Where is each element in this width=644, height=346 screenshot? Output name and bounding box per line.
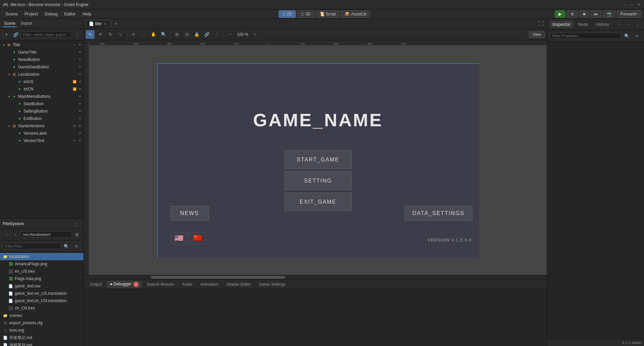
fs-item-game_text_zh[interactable]: 📄game_text.zh_CN.translation [0, 297, 83, 304]
fs-item-zh_cn_tres[interactable]: ⬛zh_CN.tres [0, 304, 83, 312]
eye-icon-localization[interactable]: 👁 [77, 72, 82, 77]
eye-icon-mainmenubuttons[interactable]: 👁 [77, 94, 82, 99]
grid-icon-gameversions[interactable]: ⊞ [72, 124, 77, 128]
filesystem-view-toggle[interactable]: ⊞ [73, 230, 81, 239]
flag-cn[interactable]: 🇨🇳 [189, 232, 206, 244]
tab-inspector[interactable]: Inspector [550, 21, 573, 28]
signal-icon-enus[interactable]: 📶 [72, 79, 77, 84]
more-options-button[interactable]: … [139, 30, 148, 39]
pause-button[interactable]: ⏸ [567, 10, 578, 18]
tree-item-mainmenubuttons[interactable]: ▾✦MainMenuButtons👁 [0, 93, 83, 100]
tab-search-results[interactable]: Search Results [143, 281, 177, 288]
eye-icon-versiontext[interactable]: 👁 [77, 138, 82, 143]
inspector-search-icon[interactable]: 🔍 [623, 31, 631, 40]
tree-item-versionlabel[interactable]: ✦VersionLabel👁 [0, 130, 83, 137]
tab-close-button[interactable]: ✕ [103, 21, 108, 26]
forward-button[interactable]: Forward+ [617, 10, 641, 18]
group-button[interactable]: 🔗 [202, 30, 211, 39]
scene-options-icon[interactable]: ⋮ [76, 21, 81, 26]
inspector-options-icon[interactable]: ⋮ [634, 20, 641, 29]
align-button[interactable]: ≡ [129, 30, 138, 39]
stop-button[interactable]: ■ [579, 10, 589, 18]
eye-icon-title[interactable]: 👁 [77, 43, 82, 47]
minimize-button[interactable]: — [623, 2, 628, 7]
rotate-tool-button[interactable]: ↻ [106, 30, 115, 39]
fs-item-export_presets[interactable]: ⚙export_presets.cfg [0, 319, 83, 327]
eye-icon-newsbutton[interactable]: 👁 [77, 57, 82, 62]
inspector-back-button[interactable]: ‹ [616, 20, 623, 29]
tab-animation[interactable]: Animation [197, 281, 222, 288]
snap-options-icon[interactable]: ⋮ [213, 30, 221, 39]
pan-tool-button[interactable]: ✋ [149, 30, 158, 39]
menu-debug[interactable]: Debug [42, 11, 60, 17]
select-tool-button[interactable]: ↖ [86, 30, 95, 39]
inspector-filter-input[interactable] [550, 33, 621, 39]
viewport-scrollbar-thumb[interactable] [151, 276, 285, 279]
close-button[interactable]: ✕ [636, 2, 641, 7]
fs-item-scenes-folder[interactable]: 📁scenes [0, 312, 83, 319]
tree-item-exitbutton[interactable]: ✦ExitButton👁 [0, 115, 83, 122]
move-tool-button[interactable]: ✛ [96, 30, 105, 39]
tab-output[interactable]: Output [86, 281, 105, 288]
viewport-scrollbar-h[interactable] [84, 275, 547, 279]
instance-button[interactable]: 🔗 [12, 30, 19, 39]
fs-item-en_us_tres[interactable]: ⬛en_US.tres [0, 268, 83, 275]
tree-arrow-title[interactable]: ▾ [1, 43, 6, 47]
tree-arrow-localization[interactable]: ▾ [7, 73, 11, 76]
start-game-display-button[interactable]: START_GAME [285, 150, 352, 169]
data-settings-display-button[interactable]: DATA_SETTINGS [405, 206, 472, 221]
tree-item-settingbutton[interactable]: ✦SettingButton👁 [0, 108, 83, 115]
eye-icon-zhcn[interactable]: 👁 [77, 87, 82, 91]
eye-icon-versionlabel[interactable]: 👁 [77, 131, 82, 136]
menu-editor[interactable]: Editor [62, 11, 78, 17]
tab-scene[interactable]: Scene [3, 20, 17, 27]
tab-debugger[interactable]: ● Debugger 2 [107, 281, 142, 288]
fs-item-flags_asia[interactable]: 🖼Flags Asia.png [0, 275, 83, 282]
zoom-tool-button[interactable]: 🔍 [159, 30, 168, 39]
eye-icon-settingbutton[interactable]: 👁 [77, 109, 82, 114]
fs-item-americaflags[interactable]: 🖼AmaricaFlags.png [0, 260, 83, 268]
tab-shader-editor[interactable]: Shader Editor [223, 281, 254, 288]
filesystem-back-button[interactable]: ‹ [3, 230, 10, 239]
tree-item-zhcn[interactable]: ✦zhCN📶👁 [0, 85, 83, 93]
fs-item-localization-folder[interactable]: 📁localization [0, 253, 83, 260]
eye-icon-startbutton[interactable]: 👁 [77, 101, 82, 106]
tree-item-gametitle[interactable]: ✦GameTitle👁 [0, 49, 83, 56]
scale-tool-button[interactable]: ⤡ [116, 30, 125, 39]
tab-history[interactable]: History [593, 21, 612, 28]
grid-button[interactable]: ⊟ [182, 30, 191, 39]
step-button[interactable]: ⏭ [590, 10, 602, 18]
maximize-button[interactable]: □ [629, 2, 635, 7]
filesystem-options-icon[interactable]: ⋮ [72, 219, 81, 228]
add-tab-button[interactable]: + [113, 20, 120, 27]
viewport-maximize-button[interactable]: ⛶ [537, 19, 545, 28]
lock-button[interactable]: 🔒 [192, 30, 201, 39]
filesystem-filter-input[interactable] [3, 243, 61, 249]
fs-item-dev_notes[interactable]: 📄开发笔记.md [0, 334, 83, 341]
tab-node[interactable]: Node [575, 21, 591, 28]
fs-item-game_plan[interactable]: 📄游戏策划.md [0, 341, 83, 346]
eye-icon-gamedatabutton[interactable]: 👁 [77, 65, 82, 69]
fs-item-game_text_csv[interactable]: 📄game_text.csv [0, 282, 83, 290]
tab-audio[interactable]: Audio [179, 281, 196, 288]
eye-icon-exitbutton[interactable]: 👁 [77, 116, 82, 121]
scene-filter-input[interactable] [21, 31, 72, 38]
tree-item-gameversions[interactable]: ▾⊞GameVersions⊞👁 [0, 122, 83, 130]
script-button[interactable]: 📜 Script [316, 10, 340, 18]
signal-icon-zhcn[interactable]: 📶 [72, 87, 77, 91]
filesystem-sort-icon[interactable]: ≡ [72, 242, 81, 251]
menu-scene[interactable]: Scene [3, 11, 20, 17]
menu-help[interactable]: Help [80, 11, 94, 17]
zoom-in-button[interactable]: + [251, 31, 258, 38]
eye-icon-enus[interactable]: 👁 [77, 79, 82, 84]
filesystem-path-input[interactable] [21, 231, 72, 237]
tree-item-startbutton[interactable]: ✦StartButton👁 [0, 100, 83, 108]
menu-project[interactable]: Project [22, 11, 41, 17]
eye-icon-gameversions[interactable]: 👁 [77, 124, 82, 128]
tree-item-versiontext[interactable]: ✦VersionText%👁 [0, 137, 83, 144]
scene-sort-button[interactable]: ⋮ [73, 30, 81, 39]
filesystem-search-icon[interactable]: 🔍 [62, 242, 71, 251]
assetlib-button[interactable]: 📦 AssetLib [341, 10, 370, 18]
eye-icon-gametitle[interactable]: 👁 [77, 50, 82, 55]
fs-item-icon_svg[interactable]: ◇icon.svg [0, 327, 83, 334]
